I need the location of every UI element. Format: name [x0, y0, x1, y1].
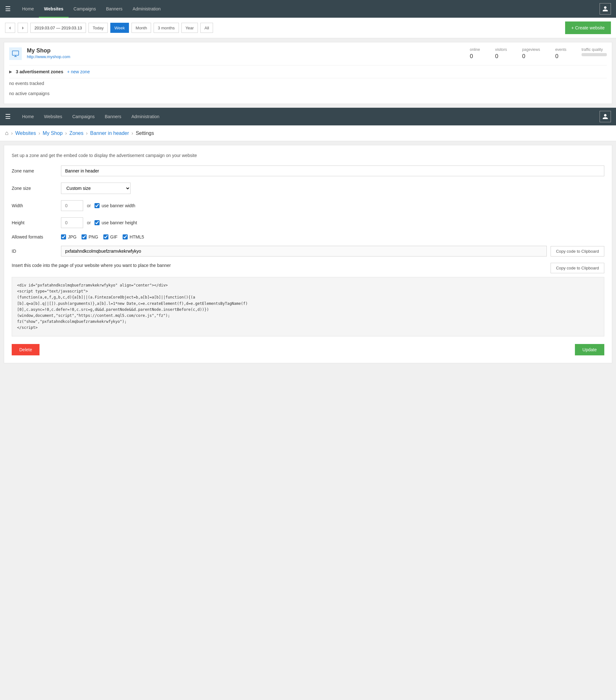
nav-banners-1[interactable]: Banners	[101, 0, 127, 18]
menu-icon-2[interactable]: ☰	[5, 113, 11, 120]
zone-name-input[interactable]	[61, 165, 604, 176]
sep-1: ›	[11, 130, 13, 136]
menu-icon-1[interactable]: ☰	[5, 5, 11, 13]
website-row: My Shop http://www.myshop.com online 0 v…	[9, 47, 607, 65]
stat-visitors-value: 0	[495, 53, 507, 60]
format-html5: HTML5	[123, 234, 144, 239]
expand-icon[interactable]: ▶	[9, 70, 12, 74]
zones-label: 3 advertisement zones	[16, 69, 63, 74]
zone-size-label: Zone size	[12, 186, 56, 191]
nav-campaigns-2[interactable]: Campaigns	[67, 108, 100, 125]
height-input[interactable]	[61, 217, 83, 228]
breadcrumb: ⌂ › Websites › My Shop › Zones › Banner …	[0, 125, 616, 141]
format-png: PNG	[82, 234, 98, 239]
height-size-row: or use banner height	[61, 217, 137, 228]
profile-icon-2[interactable]	[600, 111, 611, 122]
id-row: ID Copy code to Clipboard	[12, 246, 604, 257]
delete-button[interactable]: Delete	[12, 344, 39, 355]
prev-button[interactable]: ‹	[5, 23, 15, 33]
height-row: Height or use banner height	[12, 217, 604, 228]
nav-websites-1[interactable]: Websites	[39, 0, 68, 18]
use-banner-height-label: use banner height	[95, 220, 137, 225]
navbar-2: ☰ Home Websites Campaigns Banners Admini…	[0, 108, 616, 125]
width-label: Width	[12, 203, 56, 208]
nav-banners-2[interactable]: Banners	[100, 108, 126, 125]
width-input[interactable]	[61, 200, 83, 211]
zone-name-label: Zone name	[12, 168, 56, 173]
sep-4: ›	[86, 130, 88, 136]
stat-online-value: 0	[470, 53, 480, 60]
action-row: Delete Update	[12, 344, 604, 355]
format-gif-text: GIF	[110, 234, 118, 239]
website-name: My Shop	[27, 47, 447, 54]
stat-traffic-bar	[581, 53, 607, 56]
width-or: or	[87, 203, 91, 208]
form-panel: Set up a zone and get the embed code to …	[4, 145, 612, 363]
format-html5-checkbox[interactable]	[123, 234, 128, 239]
format-gif: GIF	[103, 234, 118, 239]
sep-2: ›	[39, 130, 40, 136]
svg-rect-0	[12, 51, 19, 55]
zone-size-select[interactable]: Custom size Standard size	[61, 183, 131, 194]
no-campaigns-row: no active campaigns	[9, 88, 607, 99]
nav-home-2[interactable]: Home	[17, 108, 39, 125]
format-html5-text: HTML5	[130, 234, 144, 239]
zone-size-row: Zone size Custom size Standard size	[12, 183, 604, 194]
ad-zones-row: ▶ 3 advertisement zones + new zone	[9, 65, 607, 78]
stat-traffic: traffic quality	[581, 47, 607, 60]
month-button[interactable]: Month	[132, 23, 151, 33]
embed-description: Insert this code into the page of your w…	[12, 263, 171, 268]
formats-checkboxes: JPG PNG GIF HTML5	[61, 234, 144, 239]
breadcrumb-websites[interactable]: Websites	[15, 130, 36, 136]
next-button[interactable]: ›	[18, 23, 28, 33]
use-banner-width-checkbox[interactable]	[95, 203, 100, 208]
new-zone-link[interactable]: + new zone	[67, 69, 90, 74]
navbar-1: ☰ Home Websites Campaigns Banners Admini…	[0, 0, 616, 18]
zone-name-row: Zone name	[12, 165, 604, 176]
id-input[interactable]	[61, 246, 547, 257]
today-button[interactable]: Today	[88, 23, 108, 33]
format-jpg: JPG	[61, 234, 76, 239]
format-gif-checkbox[interactable]	[103, 234, 108, 239]
profile-icon-1[interactable]	[600, 3, 611, 14]
home-icon[interactable]: ⌂	[5, 130, 9, 136]
stat-online: online 0	[470, 47, 480, 60]
copy-id-button[interactable]: Copy code to Clipboard	[551, 246, 604, 257]
months-button[interactable]: 3 months	[153, 23, 178, 33]
stat-pageviews: pageviews 0	[522, 47, 540, 60]
height-or: or	[87, 220, 91, 225]
format-png-text: PNG	[88, 234, 98, 239]
format-png-checkbox[interactable]	[82, 234, 87, 239]
use-banner-height-checkbox[interactable]	[95, 220, 100, 225]
all-button[interactable]: All	[200, 23, 213, 33]
website-panel: My Shop http://www.myshop.com online 0 v…	[4, 42, 612, 104]
id-input-row: Copy code to Clipboard	[61, 246, 604, 257]
use-banner-width-label: use banner width	[95, 203, 135, 208]
stat-pageviews-label: pageviews	[522, 47, 540, 52]
update-button[interactable]: Update	[575, 344, 604, 355]
stat-visitors-label: visitors	[495, 47, 507, 52]
stat-online-label: online	[470, 47, 480, 52]
nav-websites-2[interactable]: Websites	[39, 108, 67, 125]
nav-links-1: Home Websites Campaigns Banners Administ…	[17, 0, 600, 18]
breadcrumb-zones[interactable]: Zones	[70, 130, 84, 136]
nav-administration-1[interactable]: Administration	[128, 0, 166, 18]
nav-administration-2[interactable]: Administration	[126, 108, 165, 125]
breadcrumb-banner[interactable]: Banner in header	[90, 130, 129, 136]
nav-home-1[interactable]: Home	[17, 0, 39, 18]
format-jpg-checkbox[interactable]	[61, 234, 66, 239]
breadcrumb-myshop[interactable]: My Shop	[43, 130, 63, 136]
copy-embed-button[interactable]: Copy code to Clipboard	[551, 263, 604, 273]
create-website-button[interactable]: + Create website	[565, 22, 611, 34]
stats-row: online 0 visitors 0 pageviews 0 events 0…	[470, 47, 607, 60]
year-button[interactable]: Year	[182, 23, 198, 33]
website-url[interactable]: http://www.myshop.com	[27, 54, 70, 59]
stat-visitors: visitors 0	[495, 47, 507, 60]
top-bar: ‹ › 2019.03.07 — 2019.03.13 Today Week M…	[0, 18, 616, 38]
width-row: Width or use banner width	[12, 200, 604, 211]
week-button[interactable]: Week	[110, 23, 129, 33]
nav-campaigns-1[interactable]: Campaigns	[69, 0, 101, 18]
sep-3: ›	[65, 130, 67, 136]
use-banner-height-text: use banner height	[101, 220, 137, 225]
stat-events-value: 0	[555, 53, 566, 60]
